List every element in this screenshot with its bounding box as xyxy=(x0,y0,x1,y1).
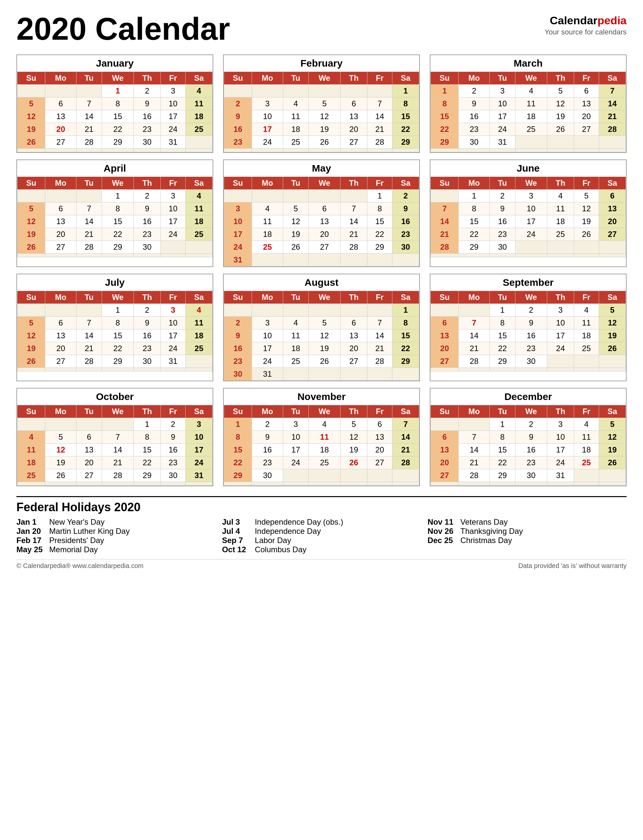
cal-day xyxy=(547,253,574,257)
cal-day: 8 xyxy=(392,98,419,110)
cal-day: 6 xyxy=(574,85,599,98)
cal-day: 15 xyxy=(367,215,392,228)
holiday-name: Thanksgiving Day xyxy=(460,527,523,536)
cal-day: 11 xyxy=(515,98,547,110)
cal-day: 3 xyxy=(515,190,547,203)
page-footer: © Calendarpedia® www.calendarpedia.com D… xyxy=(16,559,627,570)
cal-day: 26 xyxy=(308,136,340,149)
cal-day: 23 xyxy=(134,123,160,136)
cal-day: 11 xyxy=(308,431,340,444)
cal-day: 5 xyxy=(308,98,340,110)
cal-day: 29 xyxy=(367,241,392,253)
cal-day: 11 xyxy=(547,203,574,215)
cal-day xyxy=(431,149,459,152)
cal-day: 26 xyxy=(308,355,340,368)
cal-day: 3 xyxy=(161,85,186,98)
cal-day xyxy=(308,469,340,482)
cal-day xyxy=(515,149,547,152)
holiday-item: Nov 26Thanksgiving Day xyxy=(428,527,627,536)
cal-day xyxy=(515,368,547,371)
cal-day: 23 xyxy=(161,456,186,469)
cal-day: 22 xyxy=(392,123,419,136)
cal-day: 24 xyxy=(161,228,186,241)
cal-day: 13 xyxy=(340,329,367,342)
cal-day xyxy=(431,190,459,203)
cal-day xyxy=(77,149,102,152)
cal-day: 11 xyxy=(17,444,45,456)
cal-day: 18 xyxy=(252,228,283,241)
cal-day: 3 xyxy=(161,190,186,203)
cal-day xyxy=(185,368,212,371)
cal-day xyxy=(392,368,419,381)
cal-day: 5 xyxy=(599,304,626,317)
cal-day xyxy=(283,253,309,266)
month-block-december: DecemberSuMoTuWeThFrSa123456789101112131… xyxy=(430,388,627,486)
cal-day: 29 xyxy=(224,469,252,482)
cal-day xyxy=(392,469,419,482)
holiday-date: Dec 25 xyxy=(428,536,454,545)
cal-day: 17 xyxy=(161,329,186,342)
cal-day xyxy=(283,368,309,381)
cal-day xyxy=(340,253,367,266)
cal-day: 16 xyxy=(161,444,186,456)
cal-day: 22 xyxy=(224,456,252,469)
cal-day xyxy=(547,482,574,485)
cal-day xyxy=(547,136,574,149)
holiday-name: Labor Day xyxy=(255,536,291,545)
cal-day: 1 xyxy=(490,418,516,431)
cal-day: 6 xyxy=(45,317,77,329)
cal-day: 12 xyxy=(308,329,340,342)
cal-day: 9 xyxy=(515,431,547,444)
cal-day xyxy=(185,253,212,257)
cal-day: 6 xyxy=(367,418,392,431)
cal-day: 10 xyxy=(252,329,283,342)
cal-day: 20 xyxy=(340,342,367,355)
cal-day xyxy=(45,304,77,317)
holiday-item: Oct 12Columbus Day xyxy=(222,545,421,554)
cal-day: 23 xyxy=(515,456,547,469)
cal-day: 29 xyxy=(490,355,516,368)
cal-day: 28 xyxy=(459,355,490,368)
cal-day: 20 xyxy=(45,342,77,355)
cal-day xyxy=(340,368,367,381)
cal-day xyxy=(340,85,367,98)
brand-name: Calendarpedia xyxy=(545,13,627,28)
cal-day: 14 xyxy=(77,215,102,228)
cal-day: 4 xyxy=(547,190,574,203)
cal-day: 5 xyxy=(17,98,45,110)
cal-day xyxy=(283,190,309,203)
cal-day: 26 xyxy=(45,469,77,482)
cal-day: 2 xyxy=(459,85,490,98)
cal-day: 10 xyxy=(515,203,547,215)
cal-day xyxy=(515,241,547,253)
cal-day: 21 xyxy=(102,456,134,469)
cal-day: 17 xyxy=(547,329,574,342)
cal-day: 6 xyxy=(45,203,77,215)
cal-day xyxy=(77,368,102,371)
cal-day: 5 xyxy=(574,190,599,203)
holiday-item: Nov 11Veterans Day xyxy=(428,518,627,527)
cal-day: 17 xyxy=(490,110,516,123)
cal-day xyxy=(77,418,102,431)
cal-day: 13 xyxy=(340,110,367,123)
cal-day: 30 xyxy=(134,355,160,368)
cal-day: 21 xyxy=(459,342,490,355)
holiday-date: Nov 11 xyxy=(428,518,454,527)
cal-day: 28 xyxy=(392,456,419,469)
cal-day: 12 xyxy=(547,98,574,110)
cal-day: 9 xyxy=(224,110,252,123)
cal-day: 3 xyxy=(185,418,212,431)
cal-day: 25 xyxy=(574,342,599,355)
cal-day: 15 xyxy=(392,329,419,342)
cal-day xyxy=(45,85,77,98)
cal-day: 22 xyxy=(102,228,134,241)
month-block-november: NovemberSuMoTuWeThFrSa123456789101112131… xyxy=(223,388,420,486)
cal-day xyxy=(283,304,309,317)
cal-day xyxy=(185,149,212,152)
cal-day xyxy=(367,368,392,381)
cal-day: 15 xyxy=(431,110,459,123)
cal-day: 7 xyxy=(77,203,102,215)
cal-day: 27 xyxy=(599,228,626,241)
cal-day xyxy=(547,241,574,253)
cal-day: 20 xyxy=(77,456,102,469)
